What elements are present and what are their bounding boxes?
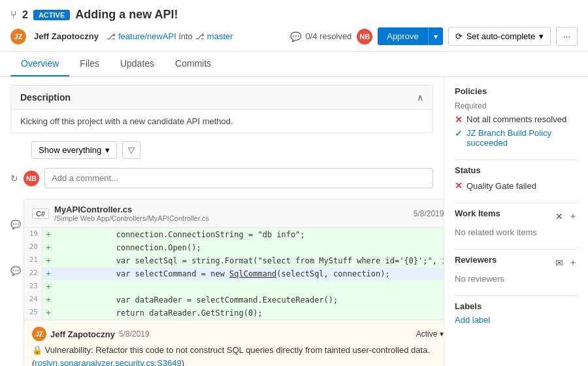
no-work-items-text: No related work items (455, 227, 578, 237)
policies-section: Policies Required ✕ Not all comments res… (455, 86, 578, 148)
tab-files[interactable]: Files (69, 52, 110, 76)
add-label-link[interactable]: Add label (455, 315, 490, 325)
more-options-button[interactable]: ··· (556, 27, 578, 46)
comment-author: Jeff Zapotoczny (50, 329, 115, 339)
nav-tabs: Overview Files Updates Commits (0, 52, 588, 77)
file-block-wrapper: 💬 💬 C# MyAPIController.cs /Simple Web Ap… (10, 199, 433, 366)
comment-header: JZ Jeff Zapotoczny 5/8/2019 Active ▾ (32, 327, 444, 341)
autocomplete-label: Set auto-complete (466, 31, 536, 41)
diff-row-23: 23 + (24, 280, 444, 293)
code-diff: 19 + connection.ConnectionString = "db i… (24, 228, 444, 320)
tab-commits[interactable]: Commits (165, 52, 221, 76)
pr-number: 2 (22, 9, 28, 21)
sign-25: + (42, 307, 54, 320)
show-everything-dropdown[interactable]: Show everything ▾ (31, 141, 117, 159)
resolved-count: 0/4 resolved (305, 31, 351, 41)
status-label: Active (416, 329, 438, 339)
status-title: Status (455, 165, 578, 175)
code-24: var dataReader = selectCommand.ExecuteRe… (54, 293, 444, 307)
line-num-20: 20 (24, 241, 42, 254)
diff-row-22: 22 + var selectCommand = new SqlCommand(… (24, 267, 444, 280)
reviewers-section: Reviewers ✉ ＋ No reviewers (455, 255, 578, 284)
work-items-title: Work Items (455, 208, 500, 218)
add-comment-input[interactable] (44, 168, 433, 188)
git-branch-icon-2: ⎇ (195, 32, 204, 41)
author-avatar: JZ (10, 29, 26, 44)
reviewers-add-button[interactable]: ＋ (568, 257, 578, 269)
line-num-19: 19 (24, 228, 42, 241)
refresh-icon: ↻ (10, 173, 18, 184)
reviewers-header: Reviewers ✉ ＋ (455, 255, 578, 270)
dropdown-chevron: ▾ (105, 145, 110, 155)
active-badge: ACTIVE (33, 10, 70, 20)
approve-button[interactable]: Approve (378, 27, 428, 45)
comment-thread: JZ Jeff Zapotoczny 5/8/2019 Active ▾ 🔒 V… (24, 320, 444, 366)
reviewers-title: Reviewers (455, 255, 497, 265)
autocomplete-icon: ⟳ (455, 31, 463, 41)
diff-row-19: 19 + connection.ConnectionString = "db i… (24, 228, 444, 241)
diff-row-20: 20 + connection.Open(); (24, 241, 444, 254)
work-items-close-button[interactable]: ✕ (555, 210, 563, 222)
divider-2 (455, 203, 578, 203)
quality-gate-icon: ✕ (455, 180, 463, 191)
filter-icon-button[interactable]: ▽ (122, 141, 140, 159)
file-date: 5/8/2019 (414, 209, 444, 218)
labels-section: Labels Add label (455, 301, 578, 325)
work-items-header: Work Items ✕ ＋ (455, 208, 578, 224)
diff-row-25: 25 + return dataReader.GetString(0); (24, 307, 444, 320)
approve-btn-group: Approve ▾ (378, 27, 442, 45)
code-21: var selectSql = string.Format("select fr… (54, 254, 444, 267)
file-name: MyAPIController.cs (54, 205, 209, 214)
tab-updates[interactable]: Updates (110, 52, 165, 76)
work-items-actions: ✕ ＋ (555, 210, 578, 222)
line-num-23: 23 (24, 280, 42, 293)
pr-meta-row: JZ Jeff Zapotoczny ⎇ feature/newAPI into… (10, 27, 578, 46)
labels-title: Labels (455, 301, 578, 311)
author-name: Jeff Zapotoczny (34, 31, 99, 41)
target-branch-link[interactable]: master (207, 31, 233, 41)
approve-dropdown-button[interactable]: ▾ (429, 27, 443, 45)
comment-body: 🔒 Vulnerability: Refactor this code to n… (32, 344, 444, 366)
file-header: C# MyAPIController.cs /Simple Web App/Co… (24, 199, 444, 228)
code-22: var selectCommand = new SqlCommand(selec… (54, 267, 444, 280)
reviewers-email-button[interactable]: ✉ (555, 257, 563, 269)
status-row: ✕ Quality Gate failed (455, 180, 578, 191)
diff-row-21: 21 + var selectSql = string.Format("sele… (24, 254, 444, 267)
sign-19: + (42, 228, 54, 241)
pr-icon: ⑂ (10, 9, 17, 21)
no-reviewers-text: No reviewers (455, 274, 578, 284)
work-items-add-button[interactable]: ＋ (568, 210, 578, 222)
work-items-section: Work Items ✕ ＋ No related work items (455, 208, 578, 237)
tab-overview[interactable]: Overview (10, 52, 69, 76)
divider-4 (455, 295, 578, 296)
code-25: return dataReader.GetString(0); (54, 307, 444, 320)
line-num-24: 24 (24, 293, 42, 307)
sign-23: + (42, 280, 54, 293)
autocomplete-button[interactable]: ⟳ Set auto-complete ▾ (448, 27, 551, 46)
filter-row: Show everything ▾ ▽ (10, 141, 433, 159)
policy-pass-link[interactable]: JZ Branch Build Policy succeeded (466, 128, 578, 148)
collapse-icon[interactable]: ∧ (417, 92, 423, 103)
file-block: C# MyAPIController.cs /Simple Web App/Co… (24, 199, 444, 366)
vulnerability-link[interactable]: roslyn.sonaranalyzer.security.cs:S3649 (35, 358, 181, 367)
policy-row-fail: ✕ Not all comments resolved (455, 114, 578, 125)
description-title: Description (20, 92, 71, 103)
sign-24: + (42, 293, 54, 307)
file-lang: C# (32, 208, 49, 219)
line-indicators: 💬 💬 (10, 199, 21, 366)
right-panel: Policies Required ✕ Not all comments res… (444, 77, 588, 366)
nb-avatar: NB (357, 29, 372, 44)
status-section: Status ✕ Quality Gate failed (455, 165, 578, 191)
policies-title: Policies (455, 86, 578, 96)
current-user-avatar: NB (24, 171, 39, 186)
file-info: MyAPIController.cs /Simple Web App/Contr… (54, 205, 209, 222)
code-20: connection.Open(); (54, 241, 444, 254)
description-header: Description ∧ (11, 86, 433, 110)
description-card: Description ∧ Kicking off this project w… (10, 85, 433, 133)
sign-22: + (42, 267, 54, 280)
main-layout: Description ∧ Kicking off this project w… (0, 77, 588, 366)
source-branch-link[interactable]: feature/newAPI (118, 31, 176, 41)
autocomplete-chevron: ▾ (539, 31, 544, 41)
top-header: ⑂ 2 ACTIVE Adding a new API! JZ Jeff Zap… (0, 0, 588, 52)
pr-actions: 💬 0/4 resolved NB Approve ▾ ⟳ Set auto-c… (290, 27, 578, 46)
